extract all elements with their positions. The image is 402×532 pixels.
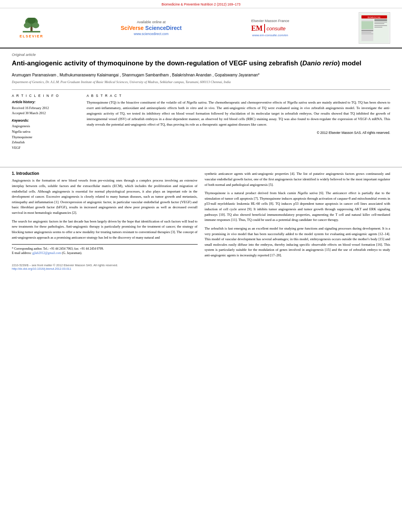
keywords-section: Keywords: Angiogenesis Nigella sativa Th… <box>12 119 79 150</box>
footnote-email: E-mail address: gjlab2012@gmail.com (G. … <box>12 251 198 255</box>
intro-paragraph1: Angiogenesis is the formation of new blo… <box>12 178 198 215</box>
accepted-date: Accepted 30 March 2012 <box>12 111 79 116</box>
right-paragraph3: The zebrafish is fast emerging as an exc… <box>205 226 391 258</box>
doi-text: http://dx.doi.org/10.1016/j.bionut.2012.… <box>12 267 390 271</box>
article-title: Anti-angiogenic activity of thymoquinone… <box>12 59 390 68</box>
svg-rect-16 <box>361 30 373 31</box>
body-right-column: synthetic anticancer agents with anti-an… <box>205 171 391 261</box>
keywords-label: Keywords: <box>12 119 79 122</box>
elsevier-masson-section: Elsevier Masson France EM consulte www.e… <box>251 19 289 37</box>
em-text: EM <box>251 24 263 33</box>
right-paragraph1: synthetic anticancer agents with anti-an… <box>205 171 391 187</box>
email-link[interactable]: gjlab2012@gmail.com <box>32 251 61 255</box>
center-sciverse: Available online at SciVerse ScienceDire… <box>121 20 182 36</box>
intro-heading: Introduction <box>16 171 39 176</box>
right-paragraph2: Thymoquinone is a natural product derive… <box>205 191 391 223</box>
svg-text:BIOMEDICINE: BIOMEDICINE <box>368 16 381 19</box>
em-pipe <box>264 24 265 33</box>
article-thumbnail: BIOMEDICINE <box>359 12 390 44</box>
svg-rect-14 <box>374 27 382 28</box>
abstract-heading: A B S T R A C T <box>87 94 390 98</box>
svg-rect-0 <box>23 31 40 33</box>
keyword-thymoquinone: Thymoquinone <box>12 135 79 140</box>
abstract-text: Thymoquinone (TQ) is the bioactive const… <box>87 100 390 128</box>
em-logo: EM consulte <box>251 24 289 33</box>
available-text: Available online at <box>121 20 182 24</box>
svg-rect-10 <box>374 19 387 21</box>
footnote-area: * Corresponding author. Tel.: +91 44 245… <box>12 244 198 255</box>
article-content: Original article Anti-angiogenic activit… <box>0 48 402 163</box>
em-france-text: Elsevier Masson France <box>251 19 289 23</box>
doi-link[interactable]: http://dx.doi.org/10.1016/j.bionut.2012.… <box>12 267 71 271</box>
elsevier-text: ELSEVIER <box>20 34 44 38</box>
svg-rect-18 <box>361 33 373 34</box>
svg-rect-11 <box>374 22 387 22</box>
thumbnail-icon: BIOMEDICINE <box>359 13 389 43</box>
svg-rect-17 <box>361 32 371 33</box>
section-divider <box>0 167 402 167</box>
article-info-heading: A R T I C L E I N F O <box>12 94 79 98</box>
article-info-abstract: A R T I C L E I N F O Article history: R… <box>12 89 390 150</box>
svg-rect-13 <box>374 25 387 26</box>
intro-paragraph2: The search for angiogenic factors in the… <box>12 219 198 241</box>
body-columns: 1. Introduction Angiogenesis is the form… <box>0 171 402 261</box>
footnote-star: * Corresponding author. Tel.: +91 44 245… <box>12 247 198 251</box>
svg-point-4 <box>32 22 39 28</box>
journal-title: Biomedicine & Preventive Nutrition 2 (20… <box>161 2 240 6</box>
history-label: Article history: <box>12 100 79 104</box>
em-consulte-text: consulte <box>267 26 285 32</box>
abstract-column: A B S T R A C T Thymoquinone (TQ) is the… <box>87 94 390 150</box>
keyword-nigella: Nigella sativa <box>12 129 79 135</box>
elsevier-tree-icon <box>20 18 43 33</box>
authors: Arumugam Paramasivam , Muthukumaraswamy … <box>12 72 390 78</box>
intro-number: 1. <box>12 171 15 176</box>
elsevier-logo: ELSEVIER <box>12 16 51 40</box>
body-left-column: 1. Introduction Angiogenesis is the form… <box>12 171 198 261</box>
keyword-vegf: VEGF <box>12 145 79 151</box>
received-date: Received 16 February 2012 <box>12 106 79 111</box>
affiliation: Department of Genetics, Dr. A.L.M. Post … <box>12 80 390 85</box>
svg-rect-12 <box>374 23 384 24</box>
svg-point-3 <box>24 22 31 28</box>
article-type: Original article <box>12 52 390 57</box>
article-info-column: A R T I C L E I N F O Article history: R… <box>12 94 79 150</box>
page: Biomedicine & Preventive Nutrition 2 (20… <box>0 0 402 532</box>
bottom-bar: 2210-5239/$ – see front matter © 2012 El… <box>0 261 402 272</box>
keyword-zebrafish: Zebrafish <box>12 140 79 145</box>
sciverse-url[interactable]: www.sciencedirect.com <box>121 32 182 36</box>
journal-bar: Biomedicine & Preventive Nutrition 2 (20… <box>0 0 402 8</box>
keyword-angiogenesis: Angiogenesis <box>12 124 79 129</box>
intro-title: 1. Introduction <box>12 171 198 176</box>
em-url[interactable]: www.em-consulte.com/en <box>251 33 289 37</box>
copyright-text: © 2012 Elsevier Masson SAS. All rights r… <box>87 131 390 135</box>
issn-text: 2210-5239/$ – see front matter © 2012 El… <box>12 263 390 267</box>
sciverse-logo: SciVerse ScienceDirect <box>121 25 182 31</box>
header-logos: ELSEVIER Available online at SciVerse Sc… <box>0 8 402 48</box>
svg-rect-15 <box>361 21 373 29</box>
